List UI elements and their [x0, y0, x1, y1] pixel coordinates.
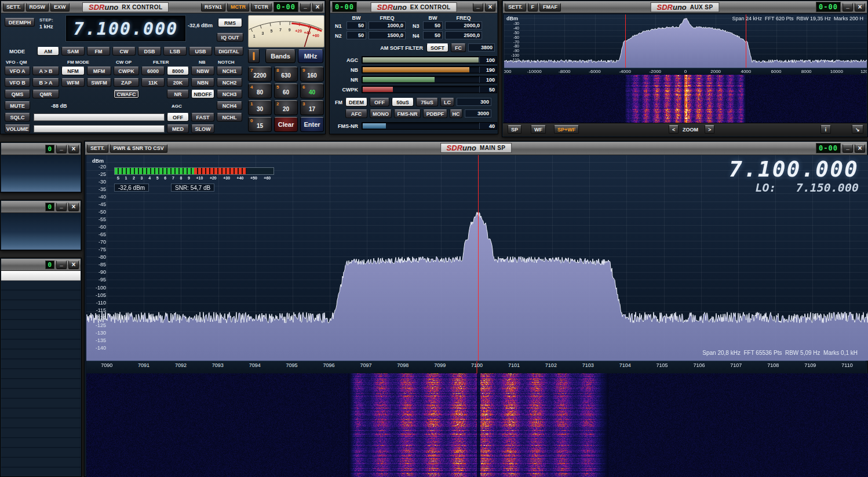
n3-bw-field[interactable]: 50 — [423, 21, 443, 30]
hc-value-field[interactable]: 3000 — [465, 109, 491, 118]
iq-out-button[interactable]: IQ OUT — [217, 33, 243, 42]
settings-button[interactable]: SETT. — [87, 144, 108, 153]
memory-list-header[interactable] — [1, 271, 81, 281]
qmr-button[interactable]: QMR — [32, 90, 59, 98]
close-button[interactable] — [855, 144, 865, 153]
mode-am-button[interactable]: AM — [37, 47, 59, 56]
keypad-key-1[interactable]: 130 — [248, 100, 272, 115]
mode-lsb-button[interactable]: LSB — [163, 47, 187, 56]
mode-fm-button[interactable]: FM — [87, 47, 110, 56]
mute-button[interactable]: MUTE — [5, 101, 30, 110]
frequency-display[interactable]: 7.100.000 — [66, 16, 185, 41]
tuned-frequency-display[interactable]: 7.100.000 LO:7.150.000 — [729, 157, 859, 193]
n1-freq-field[interactable]: 1000,0 — [369, 21, 406, 30]
bands-button[interactable]: Bands — [265, 49, 296, 63]
agc-slow-button[interactable]: SLOW — [191, 124, 214, 133]
close-button[interactable] — [855, 3, 865, 12]
nboff-button[interactable]: NBOFF — [191, 90, 214, 98]
fms-nr-slider[interactable]: 40 — [362, 122, 497, 130]
keypad-key-3[interactable]: 317 — [300, 100, 324, 115]
mode-digital-button[interactable]: DIGITAL — [214, 47, 243, 56]
main-waterfall-canvas[interactable] — [86, 373, 868, 477]
rdsw-button[interactable]: RDSW — [26, 3, 49, 12]
qms-button[interactable]: QMS — [5, 90, 30, 98]
tctr-button[interactable]: TCTR — [251, 3, 272, 12]
a-to-b-button[interactable]: A > B — [32, 67, 59, 75]
tune-dial-button[interactable] — [248, 49, 260, 63]
minimize-button[interactable] — [56, 260, 67, 269]
volume-slider[interactable] — [34, 125, 165, 133]
mono-button[interactable]: MONO — [370, 109, 392, 118]
zoom-out-button[interactable]: < — [669, 125, 679, 134]
pwr-snr-csv-button[interactable]: PWR & SNR TO CSV — [110, 144, 167, 153]
sqlc-button[interactable]: SQLC — [5, 113, 30, 122]
filter-20k-button[interactable]: 20K — [167, 78, 189, 87]
fms-nr-button[interactable]: FMS-NR — [394, 109, 421, 118]
minimize-button[interactable] — [56, 203, 67, 211]
mini-titlebar[interactable]: 0 — [1, 143, 81, 155]
mctr-button[interactable]: MCTR — [227, 3, 249, 12]
keypad-key-5[interactable]: 560 — [274, 83, 298, 98]
wfm-button[interactable]: WFM — [61, 78, 85, 87]
nfm-button[interactable]: NFM — [61, 67, 85, 75]
zoom-in-button[interactable]: > — [705, 125, 714, 134]
exw-button[interactable]: EXW — [50, 3, 70, 12]
volume-button[interactable]: VOLUME — [5, 124, 30, 133]
nch4-button[interactable]: NCH4 — [217, 101, 242, 110]
keypad-key-8[interactable]: 8630 — [274, 67, 298, 82]
mode-usb-button[interactable]: USB — [189, 47, 212, 56]
close-button[interactable] — [68, 203, 79, 211]
wf-mode-button[interactable]: WF — [531, 125, 546, 134]
mode-cw-button[interactable]: CW — [112, 47, 136, 56]
deem-off-button[interactable]: OFF — [370, 98, 389, 107]
mfm-button[interactable]: MFM — [87, 67, 111, 75]
keypad-key-4[interactable]: 480 — [248, 83, 272, 98]
keypad-key-2[interactable]: 220 — [274, 100, 298, 115]
info-button[interactable]: i — [820, 125, 831, 134]
deemph-button[interactable]: DEEMPH — [5, 18, 35, 27]
close-button[interactable] — [485, 3, 495, 12]
keypad-key-7[interactable]: 72200 — [248, 67, 272, 82]
keypad-key-9[interactable]: 9160 — [300, 67, 324, 82]
swfm-button[interactable]: SWFM — [87, 78, 111, 87]
mode-dsb-button[interactable]: DSB — [138, 47, 161, 56]
nr-button[interactable]: NR — [167, 90, 189, 98]
lc-button[interactable]: LC — [440, 98, 454, 107]
nb-slider[interactable]: 190 — [362, 66, 497, 74]
deem-50us-button[interactable]: 50uS — [392, 98, 414, 107]
cwpk-slider[interactable]: 50 — [362, 86, 497, 93]
n2-freq-field[interactable]: 1500,0 — [369, 31, 406, 39]
mini-titlebar[interactable]: 0 — [1, 201, 81, 213]
minimize-button[interactable] — [56, 145, 67, 153]
minimize-button[interactable] — [473, 3, 483, 12]
hc-button[interactable]: HC — [450, 109, 462, 118]
close-button[interactable] — [68, 145, 79, 153]
keypad-clear-key[interactable]: Clear — [274, 117, 298, 132]
keypad-key-6[interactable]: 640 — [300, 83, 324, 98]
mini-titlebar[interactable]: 0 — [1, 259, 81, 271]
squelch-slider[interactable] — [34, 113, 165, 121]
agc-fast-button[interactable]: FAST — [191, 113, 214, 122]
agc-off-button[interactable]: OFF — [167, 113, 189, 122]
vfo-b-button[interactable]: VFO B — [5, 78, 30, 87]
settings-button[interactable]: SETT. — [505, 3, 526, 12]
memory-list[interactable] — [1, 281, 81, 476]
close-button[interactable] — [68, 260, 79, 269]
keypad-enter-key[interactable]: Enter — [300, 117, 324, 132]
expand-icon[interactable]: ↘ — [852, 125, 863, 134]
rsyn1-button[interactable]: RSYN1 — [201, 3, 225, 12]
mhz-button[interactable]: MHz — [298, 49, 323, 63]
afc-button[interactable]: AFC — [345, 109, 367, 118]
step-value[interactable]: 1 kHz — [39, 24, 53, 30]
nbn-button[interactable]: NBN — [191, 78, 214, 87]
minimize-button[interactable] — [300, 3, 311, 12]
fc-value-field[interactable]: 3800 — [468, 43, 495, 52]
lc-value-field[interactable]: 300 — [457, 98, 491, 106]
aux-spectrum-display[interactable]: dBm -30-40-50-60-70-80-90-100-110 Span 2… — [504, 14, 867, 68]
vfo-a-button[interactable]: VFO A — [5, 67, 30, 75]
filter-6000-button[interactable]: 6000 — [141, 67, 165, 75]
deem-75us-button[interactable]: 75uS — [416, 98, 438, 107]
agc-slider[interactable]: 100 — [362, 56, 497, 64]
rx-titlebar[interactable]: SETT. RDSW EXW SDRuno RX CONTROL RSYN1 M… — [1, 1, 324, 13]
aux-waterfall-canvas[interactable] — [504, 75, 867, 124]
